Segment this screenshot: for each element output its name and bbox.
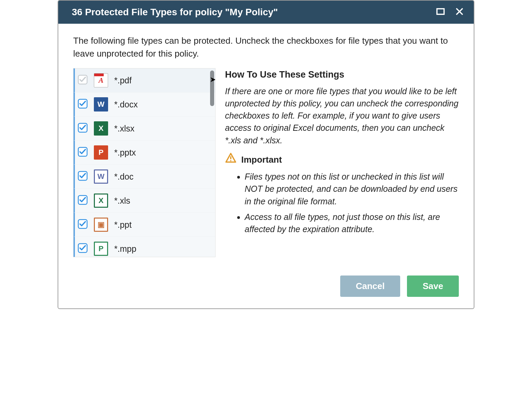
file-type-icon: A	[94, 73, 108, 87]
file-type-icon: X	[94, 193, 108, 208]
file-type-row[interactable]: A*.pdf	[74, 68, 215, 93]
file-type-row[interactable]: X*.xlsx	[74, 117, 215, 141]
file-type-row[interactable]: X*.xls	[74, 189, 215, 213]
cancel-button[interactable]: Cancel	[340, 276, 400, 297]
file-type-extension: *.xlsx	[114, 124, 135, 134]
file-type-row[interactable]: W*.doc	[74, 165, 215, 189]
file-type-list-panel: A*.pdfW*.docxX*.xlsxP*.pptxW*.docX*.xls▣…	[73, 68, 216, 257]
file-type-extension: *.mpp	[114, 244, 136, 254]
file-type-checkbox[interactable]	[78, 171, 88, 182]
file-type-row[interactable]: W*.docx	[74, 93, 215, 117]
file-type-checkbox[interactable]	[78, 243, 88, 254]
file-type-row[interactable]: P*.pptx	[74, 141, 215, 165]
dialog: 36 Protected File Types for policy "My P…	[58, 0, 474, 309]
warning-icon	[225, 152, 237, 167]
file-type-extension: *.ppt	[114, 220, 131, 230]
important-header: Important	[225, 152, 459, 167]
file-type-checkbox[interactable]	[78, 219, 88, 230]
file-type-checkbox	[78, 75, 88, 86]
file-type-row[interactable]: ▣*.ppt	[74, 213, 215, 237]
important-label: Important	[241, 154, 282, 166]
file-type-icon: W	[94, 169, 108, 184]
body-split: A*.pdfW*.docxX*.xlsxP*.pptxW*.docX*.xls▣…	[73, 68, 459, 257]
dialog-content: The following file types can be protecte…	[58, 24, 474, 267]
file-type-icon: P	[94, 242, 108, 256]
dialog-title: 36 Protected File Types for policy "My P…	[72, 7, 278, 18]
svg-point-12	[230, 160, 231, 161]
scrollbar-thumb[interactable]	[210, 70, 214, 106]
help-heading: How To Use These Settings	[225, 68, 459, 81]
important-list: Files types not on this list or unchecke…	[225, 170, 459, 235]
file-type-icon: P	[94, 145, 108, 160]
file-type-extension: *.pptx	[114, 148, 136, 158]
file-type-icon: W	[94, 97, 108, 111]
file-type-extension: *.pdf	[114, 76, 131, 85]
save-button[interactable]: Save	[407, 276, 459, 297]
file-type-icon: X	[94, 121, 108, 136]
close-icon[interactable]	[455, 7, 464, 18]
intro-text: The following file types can be protecte…	[73, 35, 459, 60]
file-type-list: A*.pdfW*.docxX*.xlsxP*.pptxW*.docX*.xls▣…	[74, 68, 215, 257]
file-type-checkbox[interactable]	[78, 195, 88, 206]
file-type-checkbox[interactable]	[78, 99, 88, 110]
maximize-icon[interactable]	[436, 7, 445, 18]
svg-rect-0	[437, 9, 444, 14]
file-type-extension: *.docx	[114, 100, 138, 109]
file-type-extension: *.xls	[114, 196, 130, 206]
titlebar-controls	[436, 7, 464, 18]
important-item: Files types not on this list or unchecke…	[245, 170, 459, 207]
help-description: If there are one or more file types that…	[225, 85, 459, 146]
file-type-checkbox[interactable]	[78, 123, 88, 134]
file-type-extension: *.doc	[114, 172, 134, 182]
important-item: Access to all file types, not just those…	[245, 211, 459, 236]
titlebar: 36 Protected File Types for policy "My P…	[58, 1, 474, 24]
file-type-icon: ▣	[94, 218, 108, 232]
file-type-checkbox[interactable]	[78, 147, 88, 158]
help-panel: How To Use These Settings If there are o…	[225, 68, 459, 257]
file-type-row[interactable]: P*.mpp	[74, 237, 215, 257]
dialog-footer: Cancel Save	[58, 267, 474, 308]
